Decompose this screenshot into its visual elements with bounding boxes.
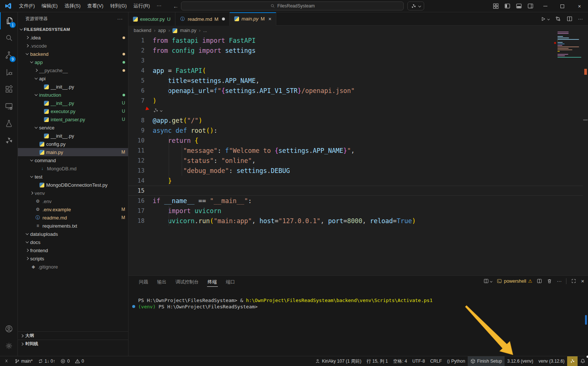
panel-tab-端口[interactable]: 端口: [222, 277, 239, 288]
status-0[interactable]: 0: [72, 356, 87, 366]
breadcrumb-item[interactable]: app: [158, 28, 166, 33]
tree-file-readme.md[interactable]: ⓘreadme.mdM: [18, 214, 128, 222]
split-editor-icon[interactable]: [566, 16, 573, 22]
command-center-search[interactable]: FilesReadSysteam: [181, 1, 404, 10]
tab-executor.py[interactable]: executor.pyU: [128, 12, 175, 26]
status-pinwheel[interactable]: [567, 356, 578, 366]
panel-tab-输出[interactable]: 输出: [153, 277, 170, 288]
copilot-button[interactable]: [407, 1, 424, 10]
tree-folder-command[interactable]: command: [18, 156, 128, 164]
close-tab-icon[interactable]: ×: [268, 16, 271, 22]
panel-tab-调试控制台[interactable]: 调试控制台: [172, 277, 203, 288]
tree-folder-.idea[interactable]: .idea: [18, 33, 128, 42]
tree-folder-app[interactable]: app: [18, 58, 128, 66]
status-0[interactable]: 0: [58, 356, 72, 366]
code-line-16[interactable]: 16if __name__ == "__main__":: [128, 196, 583, 206]
breadcrumb-item[interactable]: backend: [134, 28, 151, 33]
activity-bar-accounts[interactable]: [0, 320, 18, 337]
minimize-button[interactable]: [537, 0, 554, 12]
tree-folder-backend[interactable]: backend: [18, 50, 128, 58]
status-finish-setup[interactable]: Finish Setup: [468, 356, 505, 366]
status-bell[interactable]: [578, 356, 588, 366]
tab-main.py[interactable]: main.pyM×: [230, 12, 276, 26]
sidebar-section-大纲[interactable]: 大纲: [18, 331, 128, 340]
tree-folder-__pycache__[interactable]: __pycache__: [18, 66, 128, 74]
code-line-17[interactable]: 17 import uvicorn: [128, 206, 583, 216]
status-4[interactable]: 空格: 4: [391, 356, 410, 366]
tree-file-.gitignore[interactable]: ◆.gitignore: [18, 263, 128, 271]
status-15-1[interactable]: 行 15, 列 1: [364, 356, 390, 366]
menu-item-S[interactable]: 选择(S): [61, 1, 84, 11]
toggle-sidebar-icon[interactable]: [504, 3, 511, 9]
back-arrow-icon[interactable]: ←: [170, 2, 181, 10]
tree-file-.env[interactable]: ⚙.env: [18, 197, 128, 205]
sidebar-more-actions[interactable]: ···: [117, 16, 123, 22]
status-python[interactable]: {}Python: [444, 356, 468, 366]
breadcrumb-item[interactable]: ...: [203, 28, 207, 33]
activity-bar-extensions[interactable]: [0, 81, 18, 98]
activity-bar-source-control[interactable]: 9: [0, 46, 18, 64]
activity-bar-settings[interactable]: [0, 337, 18, 354]
more-actions-icon[interactable]: ···: [578, 16, 583, 22]
activity-bar-explorer[interactable]: 1: [0, 12, 18, 29]
tree-folder-api[interactable]: api: [18, 74, 128, 83]
code-line-18[interactable]: 18 uvicorn.run("main:app", host="127.0.0…: [128, 216, 583, 226]
menu-item-R[interactable]: 运行(R): [130, 1, 153, 11]
status-remote[interactable]: [1, 356, 12, 366]
code-line-11[interactable]: 11 "message": f"Welcome to {settings.APP…: [128, 145, 583, 155]
tree-file-__init__.py[interactable]: __init__.pyU: [18, 99, 128, 107]
breadcrumb-item[interactable]: main.py: [180, 28, 196, 33]
tree-folder-service[interactable]: service: [18, 123, 128, 132]
split-terminal-icon[interactable]: [537, 278, 542, 284]
terminal-output[interactable]: PS H:\OwnProject\FilesReadSysteam> & h:\…: [132, 297, 581, 310]
panel-tab-终端[interactable]: 终端: [204, 277, 221, 288]
tree-file-config.py[interactable]: config.py: [18, 140, 128, 148]
toggle-secondary-sidebar-icon[interactable]: [527, 3, 534, 9]
activity-bar-search[interactable]: [0, 29, 18, 46]
tab-readme.md[interactable]: ⓘreadme.mdM: [175, 12, 230, 26]
activity-bar-run-debug[interactable]: [0, 64, 18, 81]
tree-file-.env.example[interactable]: ⚙.env.exampleM: [18, 205, 128, 214]
tree-folder-scripts[interactable]: scripts: [18, 254, 128, 263]
code-line-4[interactable]: 4app = FastAPI(: [128, 65, 583, 76]
code-editor[interactable]: 1from fastapi import FastAPI2from config…: [128, 35, 583, 275]
panel-tab-问题[interactable]: 问题: [135, 277, 152, 288]
code-line-1[interactable]: 1from fastapi import FastAPI: [128, 35, 583, 45]
tree-folder-.vscode[interactable]: .vscode: [18, 42, 128, 50]
code-line-8[interactable]: 8@app.get("/"): [128, 115, 583, 125]
code-line-5[interactable]: 5 title=settings.APP_NAME,: [128, 76, 583, 86]
menu-item-[interactable]: ···: [153, 1, 165, 11]
tree-folder-test[interactable]: test: [18, 173, 128, 181]
code-line-6[interactable]: 6 openapi_url=f"{settings.API_V1_STR}/op…: [128, 86, 583, 96]
sidebar-section-时间线[interactable]: 时间线: [18, 340, 128, 348]
tree-file-requirements.txt[interactable]: ≡requirements.txt: [18, 222, 128, 230]
tree-folder-data-uploads[interactable]: data\uploads: [18, 230, 128, 238]
code-line-7[interactable]: 7): [128, 96, 583, 106]
activity-bar-remote-explorer[interactable]: [0, 98, 18, 115]
close-panel-icon[interactable]: ×: [581, 278, 584, 284]
tree-file-MongoDB.md[interactable]: ↓MongoDB.md: [18, 164, 128, 173]
terminal-instance[interactable]: powershell ⚠: [497, 278, 532, 284]
customize-layout-icon[interactable]: [493, 3, 499, 9]
tree-folder-frontend[interactable]: frontend: [18, 246, 128, 254]
code-line-9[interactable]: 9async def root():: [128, 125, 583, 135]
status-1-0[interactable]: 1↓ 0↑: [35, 356, 58, 366]
tree-file-executor.py[interactable]: executor.pyU: [18, 107, 128, 115]
open-changes-icon[interactable]: [555, 16, 561, 22]
command-decoration-dot[interactable]: [132, 305, 135, 308]
breadcrumb[interactable]: backend›app›main.py›...: [128, 26, 588, 35]
tree-file-MongoDBConnectionTest.py[interactable]: MongoDBConnectionTest.py: [18, 181, 128, 189]
tree-folder-venv[interactable]: venv: [18, 189, 128, 197]
status-main[interactable]: main*: [12, 356, 35, 366]
tree-folder-instruction[interactable]: instruction: [18, 91, 128, 99]
launch-profile-button[interactable]: [483, 278, 492, 284]
run-python-button[interactable]: [540, 16, 550, 22]
menu-item-G[interactable]: 转到(G): [107, 1, 130, 11]
tree-root-folder[interactable]: FILESREADSYSTEAM: [18, 25, 128, 33]
maximize-panel-icon[interactable]: [571, 278, 576, 284]
code-line-14[interactable]: 14 }: [128, 176, 583, 186]
toggle-panel-icon[interactable]: [516, 3, 522, 9]
menu-item-E[interactable]: 编辑(E): [38, 1, 61, 11]
activity-bar-copilot-extension[interactable]: [0, 132, 18, 149]
tree-file-main.py[interactable]: main.pyM: [18, 148, 128, 156]
